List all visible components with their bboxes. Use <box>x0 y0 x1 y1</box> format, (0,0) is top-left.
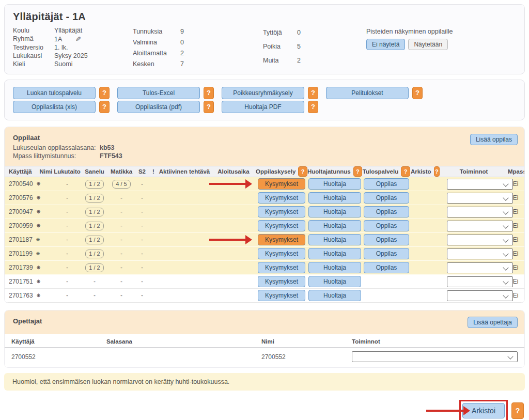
student-survey-button[interactable]: Kysymykset <box>258 192 305 204</box>
guardian-code-button[interactable]: Huoltaja <box>308 262 361 273</box>
guardian-code-button[interactable]: Huoltaja <box>308 234 361 245</box>
class-info-card: Ylläpitäjät - 1A Koulu Ylläpitäjät Ryhmä… <box>4 4 525 74</box>
student-survey-button[interactable]: Kysymykset <box>258 178 305 190</box>
help-icon[interactable]: ? <box>99 101 110 113</box>
gear-icon[interactable]: ❋ <box>36 237 40 242</box>
gear-icon[interactable]: ❋ <box>37 209 41 214</box>
edit-pencil-icon[interactable]: ✎ <box>75 35 81 43</box>
student-survey-button[interactable]: Kysymykset <box>258 262 305 273</box>
show-points-button[interactable]: Näytetään <box>408 39 448 50</box>
toiminnot-select[interactable] <box>447 290 513 301</box>
student-survey-button[interactable]: Kysymykset <box>258 206 305 217</box>
guardian-code-button[interactable]: Huoltaja <box>308 220 361 231</box>
student-id: 2701751 <box>9 278 33 285</box>
info-label: Koulu <box>13 27 54 34</box>
gear-icon[interactable]: ❋ <box>37 293 41 298</box>
student-results-button[interactable]: Oppilas <box>364 262 409 273</box>
help-icon[interactable]: ? <box>401 166 410 177</box>
results-excel-button[interactable]: Tulos-Excel <box>117 87 200 99</box>
archive-row: Arkistoi ? <box>4 399 525 420</box>
toiminnot-select[interactable] <box>447 207 513 217</box>
student-list-xls-button[interactable]: Oppilaslista (xls) <box>13 101 96 113</box>
add-teacher-button[interactable]: Lisää opettaja <box>468 317 518 328</box>
student-results-button[interactable]: Oppilas <box>364 248 409 259</box>
gear-icon[interactable]: ❋ <box>36 251 40 256</box>
lukutaito-value: - <box>53 194 81 201</box>
student-results-button[interactable]: Oppilas <box>364 234 409 245</box>
gear-icon[interactable]: ❋ <box>37 223 41 228</box>
toiminnot-select[interactable] <box>447 248 513 259</box>
student-password-value: kb53 <box>100 144 516 151</box>
gear-icon[interactable]: ❋ <box>37 181 41 186</box>
student-results-button[interactable]: Oppilas <box>364 192 409 204</box>
column-header: Toiminnot <box>440 168 508 175</box>
lukutaito-value: - <box>53 222 81 229</box>
column-header: ! <box>149 168 158 175</box>
student-survey-button[interactable]: Kysymykset <box>258 220 305 231</box>
student-survey-button[interactable]: Kysymykset <box>258 276 305 287</box>
toiminnot-select[interactable] <box>447 235 513 245</box>
sanelu-score: 1 / 2 <box>81 194 108 203</box>
student-survey-button[interactable]: Kysymykset <box>258 290 305 301</box>
exception-group-survey-button[interactable]: Poikkeusryhmäkysely <box>222 87 304 99</box>
help-icon[interactable]: ? <box>204 101 214 113</box>
students-table-body: 2700540 ❋ - 1 / 2 4 / 5 - Kysymykset Huo… <box>5 177 524 303</box>
student-id: 2700947 <box>9 208 33 215</box>
progress-stats: Tunnuksia 9 Valmiina 0 Aloittamatta 2 Ke… <box>133 27 263 68</box>
s2-value: - <box>135 292 149 299</box>
column-header: Aloitusaika <box>211 168 256 175</box>
student-survey-button[interactable]: Kysymykset <box>258 234 305 245</box>
lukutaito-value: - <box>53 292 81 299</box>
column-header: Lukutaito <box>53 168 81 175</box>
student-list-pdf-button[interactable]: Oppilaslista (pdf) <box>117 101 200 113</box>
toiminnot-select[interactable] <box>447 179 513 190</box>
help-icon[interactable]: ? <box>298 166 307 177</box>
hide-points-button[interactable]: Ei näytetä <box>366 39 405 50</box>
teacher-toiminnot-select[interactable] <box>352 351 518 362</box>
student-row: 2700576 ❋ - 1 / 2 - - Kysymykset Huoltaj… <box>5 191 524 205</box>
guardian-code-button[interactable]: Huoltaja <box>308 192 361 204</box>
guardian-pdf-button[interactable]: Huoltaja PDF <box>222 101 304 113</box>
guardian-code-button[interactable]: Huoltaja <box>308 248 361 259</box>
guardian-code-button[interactable]: Huoltaja <box>308 178 361 190</box>
guardian-code-button[interactable]: Huoltaja <box>308 290 361 301</box>
info-label: Testiversio <box>13 44 54 51</box>
column-header: Sanelu <box>81 168 108 175</box>
gear-icon[interactable]: ❋ <box>37 265 41 270</box>
toiminnot-select[interactable] <box>447 262 513 273</box>
class-results-button[interactable]: Luokan tulospalvelu <box>13 87 96 99</box>
info-value: Ylläpitäjät <box>54 27 133 34</box>
help-icon[interactable]: ? <box>204 87 214 99</box>
stat-value: 2 <box>180 50 263 57</box>
guardian-code-button[interactable]: Huoltaja <box>308 276 361 287</box>
column-header: Mpass <box>508 168 523 175</box>
stat-label: Tyttöjä <box>263 29 297 36</box>
gear-icon[interactable]: ❋ <box>37 195 41 200</box>
toiminnot-select[interactable] <box>447 276 513 287</box>
gear-icon[interactable]: ❋ <box>37 279 41 284</box>
student-results-button[interactable]: Oppilas <box>364 206 409 217</box>
help-icon[interactable]: ? <box>412 87 423 99</box>
help-icon[interactable]: ? <box>434 166 440 177</box>
help-icon[interactable]: ? <box>308 87 318 99</box>
student-row: 2700959 ❋ - 1 / 2 - - Kysymykset Huoltaj… <box>5 219 524 233</box>
matikka-score: - <box>108 292 135 299</box>
students-table-header: Käyttäjä Nimi Lukutaito Sanelu Matikka S… <box>5 166 524 177</box>
guardian-code-button[interactable]: Huoltaja <box>308 206 361 217</box>
toiminnot-select[interactable] <box>447 193 513 204</box>
students-section: Oppilaat Lukuseulan oppilassalasana: kb5… <box>4 127 525 303</box>
help-icon[interactable]: ? <box>511 402 524 419</box>
help-icon[interactable]: ? <box>99 87 110 99</box>
toiminnot-select[interactable] <box>447 221 513 231</box>
game-results-button[interactable]: Pelitulokset <box>326 87 409 99</box>
add-student-button[interactable]: Lisää oppilas <box>470 134 518 145</box>
student-results-button[interactable]: Oppilas <box>364 178 409 190</box>
student-password-label: Lukuseulan oppilassalasana: <box>13 144 100 151</box>
s2-value: - <box>135 250 149 257</box>
help-icon[interactable]: ? <box>308 101 318 113</box>
info-label: Kieli <box>13 60 54 68</box>
student-results-button[interactable]: Oppilas <box>364 220 409 231</box>
help-icon[interactable]: ? <box>353 166 362 177</box>
student-survey-button[interactable]: Kysymykset <box>258 248 305 259</box>
s2-value: - <box>135 264 149 271</box>
